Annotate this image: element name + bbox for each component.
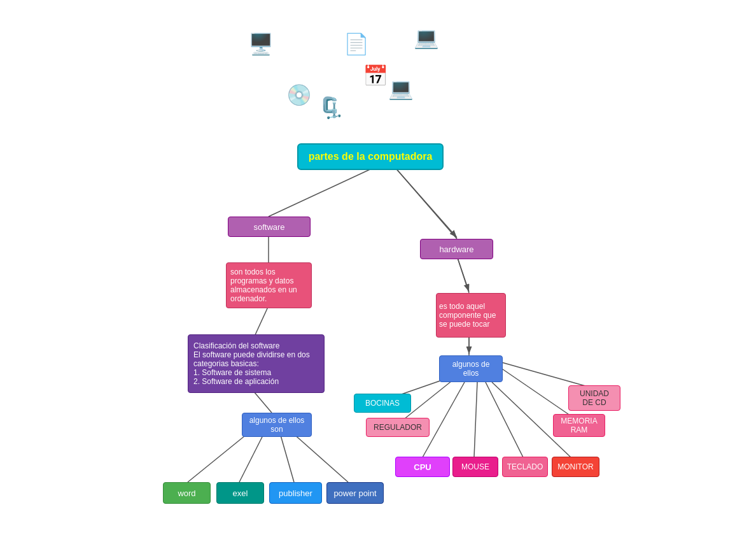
exel-node: exel bbox=[216, 482, 264, 504]
root-node: partes de la computadora bbox=[297, 143, 444, 170]
mouse-node: MOUSE bbox=[452, 457, 498, 477]
svg-line-14 bbox=[474, 382, 477, 457]
bocinas-node: BOCINAS bbox=[354, 394, 411, 413]
svg-line-6 bbox=[239, 433, 264, 482]
svg-line-9 bbox=[457, 256, 469, 293]
svg-line-8 bbox=[293, 433, 348, 482]
disk-icon: 💿 bbox=[286, 83, 312, 107]
doc-icon: 📄 bbox=[344, 32, 369, 56]
illustration-area: 🖥️ 💻 💻 💿 📄 📅 🗜️ bbox=[210, 19, 490, 134]
algunos-software-node: algunos de ellos son bbox=[242, 413, 312, 437]
teclado-node: TECLADO bbox=[502, 457, 548, 477]
svg-line-3 bbox=[254, 306, 269, 338]
svg-line-1 bbox=[395, 167, 457, 239]
monitor-node: MONITOR bbox=[552, 457, 599, 477]
usb-icon: 🗜️ bbox=[318, 96, 344, 120]
svg-line-21 bbox=[457, 256, 469, 292]
powerpoint-node: power point bbox=[326, 482, 384, 504]
software-node: software bbox=[228, 217, 311, 237]
desktop-icon: 🖥️ bbox=[248, 32, 274, 56]
laptop2-icon: 💻 bbox=[388, 76, 414, 101]
memoria-ram-node: MEMORIA RAM bbox=[553, 414, 605, 437]
svg-line-18 bbox=[500, 362, 590, 387]
calendar-icon: 📅 bbox=[363, 64, 388, 88]
svg-line-5 bbox=[188, 433, 248, 482]
clasificacion-node: Clasificación del software El software p… bbox=[188, 334, 325, 393]
svg-line-7 bbox=[280, 433, 294, 482]
software-desc-node: son todos los programas y datos almacena… bbox=[226, 262, 312, 308]
hardware-desc-node: es todo aquel componente que se puede to… bbox=[436, 293, 506, 338]
svg-line-20 bbox=[395, 167, 457, 238]
word-node: word bbox=[163, 482, 211, 504]
svg-line-15 bbox=[486, 382, 523, 457]
computer-icons: 🖥️ 💻 💻 💿 📄 📅 🗜️ bbox=[210, 19, 490, 134]
cpu-node: CPU bbox=[395, 457, 450, 477]
diagram-container: { "title": "partes de la computadora", "… bbox=[0, 0, 756, 535]
svg-line-0 bbox=[269, 167, 375, 217]
hardware-node: hardware bbox=[420, 239, 493, 259]
publisher-node: publisher bbox=[269, 482, 322, 504]
svg-line-4 bbox=[254, 392, 272, 413]
laptop-icon: 💻 bbox=[414, 25, 439, 50]
unidad-cd-node: UNIDAD DE CD bbox=[568, 385, 620, 411]
regulador-node: REGULADOR bbox=[366, 418, 430, 437]
svg-line-17 bbox=[498, 366, 573, 417]
algunos-hardware-node: algunos de ellos bbox=[439, 355, 503, 382]
